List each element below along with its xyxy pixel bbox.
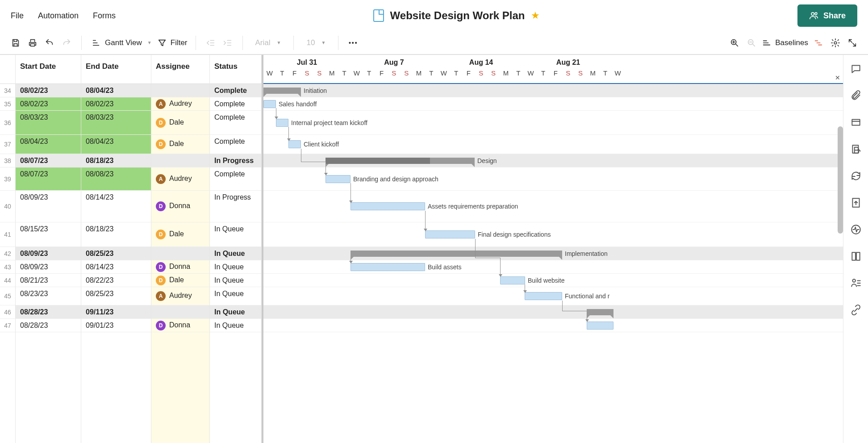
attachments-icon[interactable] xyxy=(850,90,862,101)
row-number[interactable]: 45 xyxy=(0,287,15,305)
gantt-row[interactable] xyxy=(263,305,843,319)
row-number[interactable]: 37 xyxy=(0,135,15,154)
grid-cell[interactable]: DDale xyxy=(151,111,209,135)
gantt-row[interactable]: Build website xyxy=(263,274,843,287)
gantt-task-bar[interactable] xyxy=(276,119,288,127)
star-icon[interactable]: ★ xyxy=(531,10,540,21)
gantt-row[interactable] xyxy=(263,319,843,332)
gantt-row[interactable]: Final design specifications xyxy=(263,222,843,247)
more-button[interactable]: ••• xyxy=(346,36,360,50)
grid-cell[interactable]: 08/15/23 xyxy=(16,222,81,247)
gantt-row[interactable]: Client kickoff xyxy=(263,135,843,154)
grid-cell[interactable]: DDale xyxy=(151,274,209,287)
settings-button[interactable] xyxy=(829,36,842,50)
grid-cell[interactable]: 08/08/23 xyxy=(81,167,151,191)
grid-cell[interactable]: AAudrey xyxy=(151,287,209,305)
grid-cell[interactable]: 08/23/23 xyxy=(16,287,81,305)
gantt-body[interactable]: InitiationSales handoffInternal project … xyxy=(263,84,843,332)
expand-button[interactable] xyxy=(846,36,859,50)
row-number[interactable]: 41 xyxy=(0,222,15,247)
grid-cell[interactable]: 08/14/23 xyxy=(81,260,151,274)
column-header-status[interactable]: Status xyxy=(210,55,261,84)
filter-button[interactable]: Filter xyxy=(157,38,188,48)
gantt-task-bar[interactable] xyxy=(351,263,425,271)
share-button[interactable]: Share xyxy=(797,4,857,27)
gantt-task-bar[interactable] xyxy=(525,292,562,300)
grid-cell[interactable]: In Queue xyxy=(210,305,261,319)
proof-icon[interactable] xyxy=(850,117,862,128)
grid-cell[interactable]: In Queue xyxy=(210,274,261,287)
document-title[interactable]: Website Design Work Plan xyxy=(390,9,525,22)
row-number[interactable]: 44 xyxy=(0,274,15,287)
zoom-in-button[interactable] xyxy=(728,36,741,50)
grid-cell[interactable]: 08/21/23 xyxy=(16,274,81,287)
row-number[interactable]: 39 xyxy=(0,167,15,191)
print-button[interactable] xyxy=(26,36,39,50)
grid-cell[interactable]: In Progress xyxy=(210,191,261,222)
grid-cell[interactable]: 08/03/23 xyxy=(81,111,151,135)
grid-cell[interactable]: 08/28/23 xyxy=(16,319,81,332)
gantt-summary-bar[interactable] xyxy=(351,251,562,257)
row-number[interactable]: 38 xyxy=(0,154,15,167)
row-number[interactable]: 36 xyxy=(0,111,15,135)
gantt-task-bar[interactable] xyxy=(587,322,613,330)
grid-cell[interactable]: AAudrey xyxy=(151,167,209,191)
grid-cell[interactable]: 08/14/23 xyxy=(81,191,151,222)
row-number[interactable]: 40 xyxy=(0,191,15,222)
grid-cell[interactable]: In Queue xyxy=(210,319,261,332)
vertical-scrollbar[interactable] xyxy=(838,126,843,234)
grid-cell[interactable]: Complete xyxy=(210,111,261,135)
grid-cell[interactable]: 08/02/23 xyxy=(81,97,151,111)
grid-cell[interactable]: 08/22/23 xyxy=(81,274,151,287)
grid-cell[interactable]: Complete xyxy=(210,84,261,97)
comments-icon[interactable] xyxy=(850,63,862,75)
gantt-task-bar[interactable] xyxy=(288,140,301,148)
menu-forms[interactable]: Forms xyxy=(93,11,116,21)
column-header-start[interactable]: Start Date xyxy=(16,55,81,84)
grid-cell[interactable]: 08/07/23 xyxy=(16,154,81,167)
resource-icon[interactable] xyxy=(850,277,862,289)
gantt-pane[interactable]: Jul 31Aug 7Aug 14Aug 21 WTFSSMTWTFSSMTWT… xyxy=(263,55,843,443)
grid-cell[interactable]: 08/07/23 xyxy=(16,167,81,191)
row-number[interactable]: 34 xyxy=(0,84,15,97)
grid-cell[interactable]: 08/18/23 xyxy=(81,222,151,247)
gantt-summary-bar[interactable] xyxy=(263,88,301,94)
row-number[interactable]: 46 xyxy=(0,305,15,319)
grid-cell[interactable]: 09/01/23 xyxy=(81,319,151,332)
view-picker[interactable]: Gantt View ▼ xyxy=(90,38,154,48)
grid-cell[interactable]: DDonna xyxy=(151,319,209,332)
grid-cell[interactable]: Complete xyxy=(210,135,261,154)
undo-button[interactable] xyxy=(43,36,56,50)
grid-cell[interactable]: 08/28/23 xyxy=(16,305,81,319)
grid-cell[interactable] xyxy=(151,305,209,319)
row-number[interactable]: 42 xyxy=(0,247,15,260)
grid-cell[interactable]: 09/11/23 xyxy=(81,305,151,319)
grid-cell[interactable]: DDonna xyxy=(151,260,209,274)
gantt-row[interactable]: Functional and r xyxy=(263,287,843,305)
column-header-end[interactable]: End Date xyxy=(81,55,151,84)
gantt-task-bar[interactable] xyxy=(263,100,276,108)
grid-cell[interactable]: 08/18/23 xyxy=(81,154,151,167)
grid-cell[interactable] xyxy=(151,84,209,97)
grid-cell[interactable]: In Progress xyxy=(210,154,261,167)
grid-cell[interactable]: Complete xyxy=(210,97,261,111)
grid-cell[interactable] xyxy=(151,247,209,260)
grid-cell[interactable]: 08/04/23 xyxy=(81,84,151,97)
baselines-button[interactable]: Baselines xyxy=(762,38,808,48)
grid-cell[interactable]: 08/09/23 xyxy=(16,247,81,260)
grid-cell[interactable]: 08/25/23 xyxy=(81,247,151,260)
menu-automation[interactable]: Automation xyxy=(38,11,79,21)
row-number[interactable]: 43 xyxy=(0,260,15,274)
grid-cell[interactable]: In Queue xyxy=(210,247,261,260)
grid-cell[interactable]: In Queue xyxy=(210,260,261,274)
critical-path-button[interactable] xyxy=(812,36,825,50)
gantt-row[interactable]: Initiation xyxy=(263,84,843,97)
gantt-task-bar[interactable] xyxy=(500,276,525,284)
grid-cell[interactable]: 08/09/23 xyxy=(16,191,81,222)
grid-cell[interactable]: 08/09/23 xyxy=(16,260,81,274)
column-header-assignee[interactable]: Assignee xyxy=(151,55,209,84)
grid-cell[interactable]: AAudrey xyxy=(151,97,209,111)
gantt-summary-bar[interactable] xyxy=(326,158,475,164)
refresh-icon[interactable] xyxy=(850,170,862,182)
grid-cell[interactable]: 08/25/23 xyxy=(81,287,151,305)
